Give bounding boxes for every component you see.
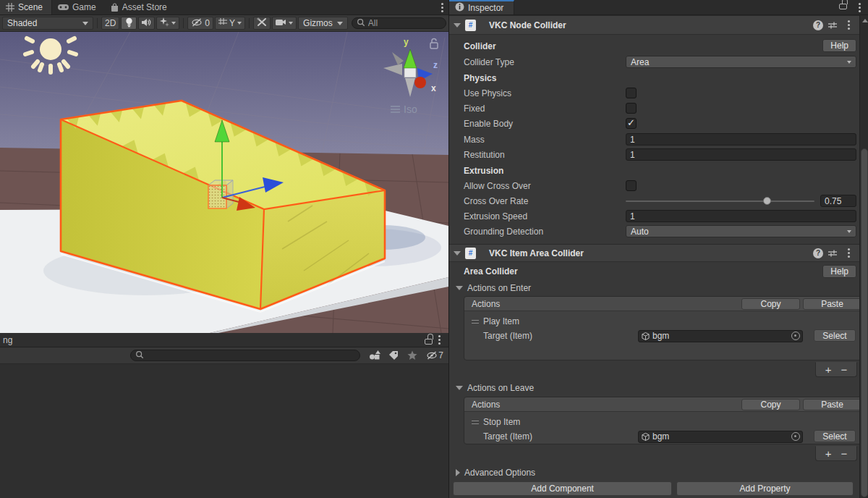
drag-handle-icon[interactable]: [472, 421, 479, 424]
collider-type-dropdown[interactable]: Area: [626, 56, 856, 68]
x-axis-cone[interactable]: [414, 77, 426, 88]
scene-search-input[interactable]: [368, 18, 441, 28]
paste-button[interactable]: Paste: [803, 399, 861, 410]
paste-button[interactable]: Paste: [803, 298, 861, 310]
enter-target-object-field[interactable]: bgm: [638, 330, 803, 342]
add-component-button[interactable]: Add Component: [453, 481, 672, 496]
component-menu-button[interactable]: [842, 252, 855, 254]
tab-asset-store[interactable]: Asset Store: [105, 0, 176, 14]
allow-cross-over-row: Allow Cross Over: [449, 178, 859, 193]
allow-cross-over-label: Allow Cross Over: [464, 181, 531, 191]
toggle-2d-button[interactable]: 2D: [101, 17, 119, 30]
component-header-vkc-item-area-collider[interactable]: # VKC Item Area Collider ?: [449, 244, 859, 262]
use-physics-checkbox[interactable]: [626, 88, 637, 98]
add-action-button[interactable]: +: [825, 447, 832, 460]
component-title: VKC Node Collider: [489, 20, 809, 30]
scroll-up-arrow[interactable]: [862, 19, 868, 22]
component-help-icon[interactable]: ?: [813, 248, 823, 258]
presets-icon[interactable]: [827, 21, 838, 30]
enter-list-footer: + −: [815, 362, 857, 377]
scene-audio-button[interactable]: [138, 17, 155, 30]
slider-track[interactable]: [626, 201, 814, 202]
leave-action-item[interactable]: Stop Item: [464, 415, 864, 429]
leave-target-object-field[interactable]: bgm: [638, 431, 803, 443]
select-button[interactable]: Select: [814, 329, 856, 342]
tab-scene[interactable]: Scene: [0, 0, 52, 14]
cross-over-rate-field[interactable]: 0.75: [820, 195, 856, 207]
restitution-row: Restitution 1: [449, 147, 859, 162]
object-picker-icon[interactable]: [791, 432, 800, 441]
presets-icon[interactable]: [827, 249, 838, 258]
scene-tools-button[interactable]: [253, 17, 271, 30]
camera-settings-dropdown[interactable]: [272, 17, 297, 30]
scrollbar-thumb[interactable]: [861, 148, 868, 497]
fixed-checkbox[interactable]: [626, 103, 637, 114]
scene-lighting-button[interactable]: [121, 17, 137, 30]
add-action-button[interactable]: +: [825, 363, 832, 376]
component-help-icon[interactable]: ?: [813, 20, 823, 30]
copy-button[interactable]: Copy: [741, 399, 800, 410]
remove-action-button[interactable]: −: [841, 447, 847, 460]
inspector-lock-icon[interactable]: [839, 4, 847, 9]
restitution-field[interactable]: 1: [626, 148, 856, 161]
scene-visibility-toggle[interactable]: 0: [187, 17, 213, 30]
chevron-down-icon: [337, 22, 343, 25]
slider-knob[interactable]: [763, 197, 771, 205]
chevron-down-icon: [847, 230, 851, 233]
scene-render: Spawn Point: [0, 32, 448, 333]
sparkle-icon: [160, 17, 169, 29]
leave-actions-list: Actions Copy Paste Stop Item Target (Ite…: [464, 397, 865, 444]
chevron-down-icon: [171, 22, 176, 25]
help-button[interactable]: Help: [822, 39, 856, 52]
copy-button[interactable]: Copy: [741, 298, 800, 310]
select-button[interactable]: Select: [814, 430, 856, 442]
grounding-detection-row: Grounding Detection Auto: [449, 224, 859, 239]
mass-label: Mass: [464, 135, 485, 145]
scene-viewport[interactable]: Spawn Point: [0, 32, 448, 333]
scene-search-field[interactable]: [352, 17, 446, 29]
actions-on-leave-foldout[interactable]: Actions on Leave: [449, 381, 859, 394]
actions-on-enter-foldout[interactable]: Actions on Enter: [449, 282, 859, 295]
clipped-tab-label: ng: [3, 335, 12, 345]
component-menu-button[interactable]: [842, 24, 855, 26]
hierarchy-search-input[interactable]: [147, 350, 355, 360]
grid-visibility-dropdown[interactable]: Y: [215, 17, 245, 30]
scene-tabbar-menu-button[interactable]: [435, 0, 448, 14]
mass-field[interactable]: 1: [626, 133, 856, 145]
help-button[interactable]: Help: [822, 265, 856, 278]
bottom-panel-menu-button[interactable]: [433, 339, 446, 341]
lock-icon[interactable]: [425, 339, 433, 345]
tag-icon: [388, 350, 399, 360]
add-property-button[interactable]: Add Property: [676, 481, 854, 496]
hidden-objects-toggle[interactable]: 7: [422, 349, 447, 362]
draw-mode-dropdown[interactable]: Shaded: [2, 17, 93, 30]
enter-action-item[interactable]: Play Item: [464, 314, 864, 329]
inspector-menu-button[interactable]: [853, 0, 866, 14]
scene-effects-dropdown[interactable]: [156, 17, 179, 30]
enable-body-checkbox[interactable]: [626, 118, 637, 129]
inspector-scrollbar[interactable]: [859, 15, 868, 498]
advanced-options-foldout[interactable]: Advanced Options: [449, 466, 859, 479]
foldout-open-icon[interactable]: [454, 251, 461, 256]
tab-inspector[interactable]: Inspector: [449, 0, 514, 14]
component-header-vkc-node-collider[interactable]: # VKC Node Collider ?: [449, 15, 859, 35]
object-picker-icon[interactable]: [791, 332, 800, 340]
extrusion-speed-field[interactable]: 1: [626, 210, 856, 222]
hidden-count: 7: [438, 350, 443, 360]
eye-off-icon: [426, 351, 438, 360]
remove-action-button[interactable]: −: [841, 363, 847, 376]
gizmos-dropdown[interactable]: Gizmos: [298, 17, 348, 30]
bottom-panel-content[interactable]: [0, 364, 448, 498]
cross-over-rate-slider[interactable]: [626, 195, 814, 207]
collider-type-value: Area: [631, 57, 847, 67]
filter-by-label-button[interactable]: [385, 349, 402, 362]
drag-handle-icon[interactable]: [472, 320, 479, 324]
allow-cross-over-checkbox[interactable]: [626, 180, 637, 191]
foldout-open-icon[interactable]: [454, 23, 461, 28]
favorites-button[interactable]: [404, 349, 421, 362]
filter-by-type-button[interactable]: [366, 349, 383, 362]
grounding-detection-dropdown[interactable]: Auto: [626, 225, 856, 237]
hierarchy-search-field[interactable]: [130, 350, 360, 361]
foldout-open-icon: [456, 286, 463, 290]
tab-game[interactable]: Game: [52, 0, 105, 14]
